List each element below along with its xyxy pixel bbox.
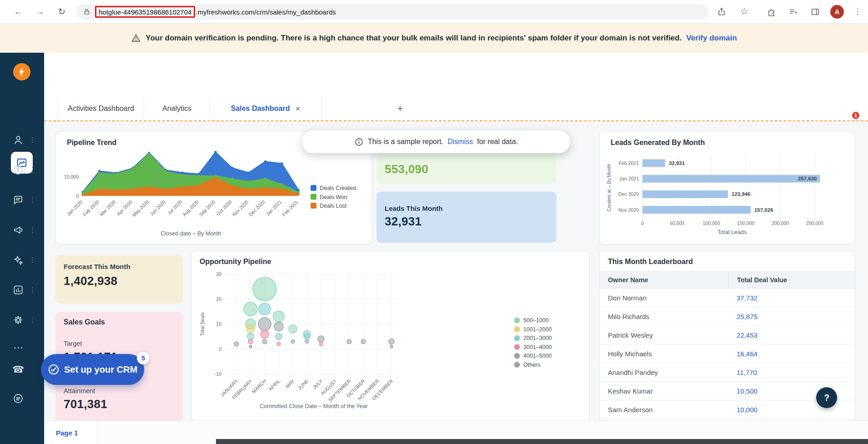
svg-text:Jun 2020: Jun 2020 (149, 199, 166, 217)
svg-text:Deals Lost: Deals Lost (320, 203, 347, 209)
attainment-label: Attainment (64, 387, 95, 394)
extensions-icon[interactable] (767, 7, 777, 17)
deal-value-link[interactable]: 25,875 (728, 313, 758, 320)
svg-text:Committed Close Date – Month o: Committed Close Date – Month of the Year (260, 403, 368, 409)
tab-label: Analytics (162, 105, 191, 113)
tab-label: Activities Dashboard (68, 105, 134, 113)
deal-value-link[interactable]: 16,464 (728, 350, 758, 358)
banner-message: Your domain verification is pending. The… (146, 34, 682, 43)
table-row: Don Norman37,732 (600, 289, 855, 307)
leaderboard-col-total-deal-value: Total Deal Value (728, 272, 855, 288)
svg-text:May 2020: May 2020 (131, 199, 150, 218)
sidebar-item-more[interactable]: ⋯ (12, 343, 24, 354)
leads-by-month-chart: 050,000100,000150,000200,000250,000Feb 2… (606, 148, 849, 239)
bookmark-star-icon[interactable]: ☆ (738, 5, 751, 18)
svg-text:Feb 2020: Feb 2020 (82, 199, 100, 217)
url-highlight-box: hotglue-449635198686102704 (95, 6, 195, 18)
tab-label: Sales Dashboard (231, 105, 290, 113)
svg-text:APRIL: APRIL (267, 378, 281, 392)
setup-crm-button[interactable]: Set up your CRM 5 (41, 354, 144, 385)
owner-name: Patrick Wesley (600, 331, 728, 339)
dismiss-link[interactable]: Dismiss (447, 138, 473, 146)
svg-text:Created at – By Month: Created at – By Month (606, 164, 612, 211)
svg-text:0: 0 (641, 220, 644, 226)
sidebar-item-sequences[interactable] (12, 254, 24, 266)
share-icon[interactable] (717, 7, 727, 17)
svg-text:123,946: 123,946 (732, 191, 751, 197)
sidebar-item-phone[interactable]: ☎ (12, 364, 24, 375)
deal-value-link[interactable]: 10,500 (728, 387, 758, 395)
sidebar-kebab-sequences[interactable]: ⋮ (29, 254, 35, 265)
sidebar-item-feed[interactable] (12, 393, 24, 404)
owner-name: Keshav Kumar (600, 387, 728, 395)
sidebar-item-analytics[interactable] (12, 284, 24, 296)
toast-message: This is a sample report. (368, 138, 443, 146)
svg-text:MARCH: MARCH (251, 378, 267, 394)
sidebar-item-deals[interactable]: $ (12, 164, 24, 176)
svg-text:Deals Created: Deals Created (320, 185, 356, 191)
sidebar-item-settings[interactable] (12, 314, 24, 326)
browser-profile-avatar[interactable]: A (830, 5, 844, 19)
deal-value-link[interactable]: 37,732 (728, 294, 758, 302)
target-label: Target (64, 340, 82, 347)
deal-value-link[interactable]: 11,770 (728, 369, 757, 376)
sidebar-kebab-conversations[interactable]: ⋮ (29, 195, 35, 205)
add-dashboard-tab-button[interactable]: + (393, 102, 407, 116)
sidebar-item-campaigns[interactable] (12, 224, 24, 236)
setup-steps-badge: 5 (137, 352, 150, 364)
sidebar-item-contacts[interactable] (12, 134, 24, 146)
page-tab[interactable]: Page 1 (44, 421, 98, 444)
svg-text:257,630: 257,630 (798, 176, 817, 181)
close-tab-icon[interactable]: ✕ (295, 105, 300, 112)
freshworks-logo[interactable] (13, 63, 31, 81)
browser-forward-button[interactable]: → (34, 6, 46, 19)
reading-list-icon[interactable] (788, 7, 798, 17)
svg-text:Nov 2020: Nov 2020 (231, 199, 249, 217)
taskbar-sliver (216, 439, 868, 444)
sidebar-kebab-analytics[interactable]: ⋮ (29, 284, 35, 295)
url-subdomain: hotglue-449635198686102704 (99, 8, 191, 16)
tab-activities-dashboard[interactable]: Activities Dashboard (58, 97, 144, 120)
notification-count-badge: 1 (851, 111, 860, 120)
sidebar-item-conversations[interactable] (12, 194, 24, 206)
svg-text:50,000: 50,000 (670, 220, 684, 226)
table-row: Holly Michaels16,464 (600, 344, 855, 363)
svg-text:0: 0 (76, 193, 79, 199)
help-button[interactable]: ? (816, 387, 837, 408)
freshsales-dashboard-page: ← → ↻ hotglue-449635198686102704 .myfres… (0, 0, 868, 444)
svg-text:Sep 2020: Sep 2020 (198, 199, 216, 217)
owner-name: Sam Anderson (600, 406, 728, 414)
svg-text:Nov 2020: Nov 2020 (618, 207, 639, 213)
url-bar[interactable]: hotglue-449635198686102704 .myfreshworks… (76, 4, 708, 20)
deal-value-link[interactable]: 10,000 (728, 406, 758, 414)
opportunity-pipeline-chart: -100102030JANUARYFEBRUARYMARCHAPRILMAYJU… (198, 269, 584, 411)
deal-value-link[interactable]: 22,453 (728, 331, 758, 339)
svg-text:2001–3000: 2001–3000 (523, 335, 552, 341)
svg-text:Mar 2020: Mar 2020 (99, 199, 117, 217)
side-panel-icon[interactable] (810, 7, 820, 17)
leads-quarter-value: 553,090 (385, 162, 548, 176)
forecast-card: Forecast This Month 1,402,938 (55, 255, 183, 304)
domain-warning-banner: Your domain verification is pending. The… (0, 24, 868, 53)
leads-this-month-card: Leads This Month 32,931 (376, 192, 557, 243)
svg-text:Dec 2020: Dec 2020 (618, 191, 639, 197)
verify-domain-link[interactable]: Verify domain (686, 34, 737, 43)
browser-reload-button[interactable]: ↻ (55, 6, 68, 19)
svg-text:0: 0 (219, 346, 221, 352)
sidebar: ⋮ $ ⋮ ⋮ ⋮ ⋮ ⋮ ⋮ ⋯ ☎ (0, 53, 44, 444)
sidebar-kebab-campaigns[interactable]: ⋮ (29, 224, 35, 235)
tab-analytics[interactable]: Analytics (144, 97, 210, 120)
tab-sales-dashboard[interactable]: Sales Dashboard ✕ (210, 97, 321, 120)
browser-menu-kebab-icon[interactable]: ⋮ (851, 6, 864, 19)
svg-text:3001–4000: 3001–4000 (523, 344, 552, 350)
svg-text:100,000: 100,000 (703, 220, 720, 226)
leads-month-value: 32,931 (385, 215, 548, 229)
sidebar-kebab-deals[interactable]: ⋮ (29, 165, 35, 175)
sidebar-kebab-contacts[interactable]: ⋮ (29, 135, 35, 145)
svg-text:Aug 2020: Aug 2020 (181, 199, 200, 217)
sales-goals-title: Sales Goals (55, 312, 183, 326)
svg-text:Jan 2021: Jan 2021 (265, 199, 282, 217)
sidebar-kebab-settings[interactable]: ⋮ (29, 314, 35, 325)
leaderboard-col-owner-name: Owner Name (600, 272, 728, 288)
browser-back-button[interactable]: ← (12, 6, 25, 19)
